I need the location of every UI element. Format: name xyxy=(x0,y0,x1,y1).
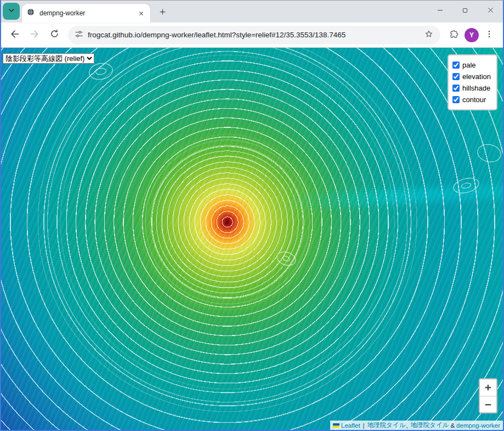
elevation-checkbox[interactable] xyxy=(452,73,460,80)
map-contour-layer-fine xyxy=(1,48,503,430)
pale-checkbox[interactable] xyxy=(452,61,460,69)
reload-button[interactable] xyxy=(45,26,64,44)
browser-tab[interactable]: dempng-worker xyxy=(22,4,150,23)
contour-ring xyxy=(461,182,472,189)
profile-avatar[interactable]: Y xyxy=(465,28,479,42)
site-info-icon[interactable] xyxy=(75,30,83,41)
zoom-in-button[interactable]: + xyxy=(480,379,496,396)
extensions-button[interactable] xyxy=(445,26,463,44)
new-tab-button[interactable] xyxy=(155,5,170,20)
forward-button[interactable] xyxy=(25,26,44,44)
layer-label: hillshade xyxy=(462,84,490,92)
address-bar[interactable]: frogcat.github.io/dempng-worker/leaflet.… xyxy=(68,26,440,44)
close-window-button[interactable] xyxy=(478,1,503,21)
attribution-separator: | xyxy=(363,422,365,429)
back-arrow-icon xyxy=(9,29,20,42)
contour-checkbox[interactable] xyxy=(452,96,460,103)
forward-arrow-icon xyxy=(29,29,40,42)
plus-icon xyxy=(158,8,167,18)
layer-label: elevation xyxy=(462,72,491,81)
layer-toggle-elevation[interactable]: elevation xyxy=(452,71,491,82)
tab-title: dempng-worker xyxy=(39,9,132,17)
layer-toggle-pale[interactable]: pale xyxy=(452,59,491,71)
map-attribution: Leaflet | 地理院タイル , 地理院タイル & dempng-worke… xyxy=(330,421,503,430)
layer-toggle-contour[interactable]: contour xyxy=(452,94,491,105)
gsi-tiles-link-2[interactable]: 地理院タイル xyxy=(411,421,449,429)
minimize-button[interactable] xyxy=(427,1,452,21)
style-selector[interactable]: 陰影段彩等高線図 (relief) xyxy=(3,53,94,64)
browser-window: dempng-worker xyxy=(0,0,504,431)
three-dots-icon xyxy=(485,30,494,41)
layers-control: pale elevation hillshade contour xyxy=(448,54,497,110)
contour-ring xyxy=(95,67,107,75)
minimize-icon xyxy=(437,6,444,16)
puzzle-icon xyxy=(449,29,459,41)
layer-label: pale xyxy=(462,61,476,69)
reload-icon xyxy=(49,29,60,41)
tab-close-button[interactable] xyxy=(136,8,146,18)
maximize-button[interactable] xyxy=(452,1,478,21)
attribution-comma: , xyxy=(406,422,407,429)
layer-toggle-hillshade[interactable]: hillshade xyxy=(452,82,491,94)
dempng-worker-link[interactable]: dempng-worker xyxy=(456,422,500,429)
url-text[interactable]: frogcat.github.io/dempng-worker/leaflet.… xyxy=(88,31,420,39)
chevron-down-icon xyxy=(7,6,16,17)
zoom-out-button[interactable]: − xyxy=(480,396,496,412)
attribution-ampersand: & xyxy=(450,422,455,429)
ukraine-flag-icon xyxy=(333,423,339,428)
hillshade-checkbox[interactable] xyxy=(452,85,460,92)
zoom-control: + − xyxy=(479,378,497,413)
gsi-tiles-link-1[interactable]: 地理院タイル xyxy=(367,421,406,429)
close-icon xyxy=(487,6,494,16)
window-controls xyxy=(427,1,503,21)
globe-favicon-icon xyxy=(26,8,35,19)
leaflet-link[interactable]: Leaflet xyxy=(341,422,360,429)
map-viewport[interactable]: 陰影段彩等高線図 (relief) pale elevation hillsha… xyxy=(1,48,503,430)
bookmark-star-icon[interactable] xyxy=(424,29,434,41)
menu-button[interactable] xyxy=(480,26,499,44)
browser-toolbar: frogcat.github.io/dempng-worker/leaflet.… xyxy=(1,23,503,48)
back-button[interactable] xyxy=(5,26,24,44)
maximize-icon xyxy=(462,6,468,16)
tab-search-button[interactable] xyxy=(3,3,20,20)
browser-titlebar: dempng-worker xyxy=(1,1,503,23)
layer-label: contour xyxy=(462,96,486,104)
contour-ring xyxy=(282,255,291,262)
